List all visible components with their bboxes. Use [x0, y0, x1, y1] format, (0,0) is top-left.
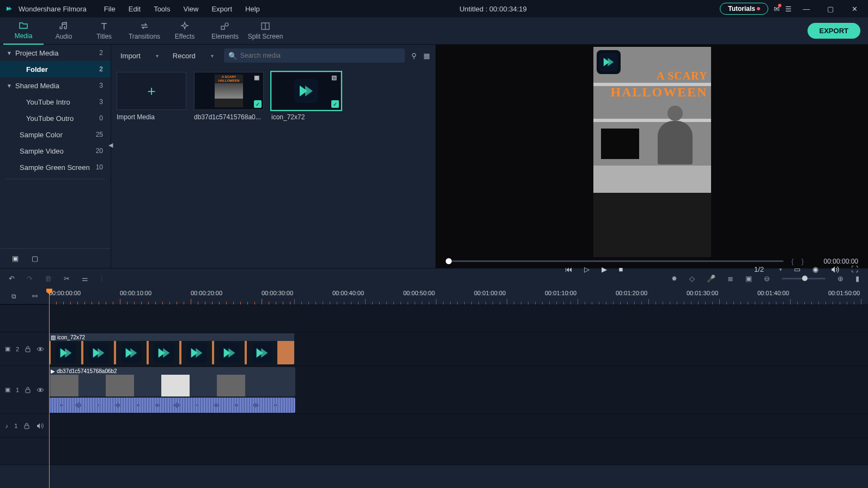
- lock-icon[interactable]: [25, 346, 31, 352]
- lock-icon[interactable]: [23, 423, 30, 429]
- track-pip-2: ▣2 ▧icon_72x72: [0, 332, 868, 366]
- tab-transitions[interactable]: Transitions: [124, 17, 165, 45]
- project-title: Untitled : 00:00:34:19: [266, 5, 720, 13]
- fullscreen-icon[interactable]: ⛶: [851, 265, 858, 273]
- time-ruler[interactable]: 00:00:00:0000:00:10:0000:00:20:0000:00:3…: [49, 289, 868, 304]
- nav-tabs: Media Audio Titles Transitions Effects E…: [0, 17, 868, 45]
- preview-panel: A SCARY HALLOWEEN { } 00:00:00:00 ⏮ ▷ ▶ …: [436, 45, 868, 268]
- undo-icon[interactable]: ↶: [9, 274, 15, 283]
- zoom-in-icon[interactable]: ⊕: [837, 274, 843, 283]
- link-icon[interactable]: ⚯: [32, 292, 38, 300]
- close-button[interactable]: ✕: [845, 0, 864, 17]
- import-dropdown[interactable]: Import▾: [117, 49, 162, 63]
- minimize-button[interactable]: —: [797, 0, 816, 17]
- magnet-icon[interactable]: ⧉: [11, 292, 16, 300]
- snapshot-icon[interactable]: ◉: [812, 265, 818, 273]
- messages-icon[interactable]: ✉: [774, 5, 780, 13]
- sidebar-group-project-media[interactable]: ▼Project Media2: [0, 45, 111, 61]
- zoom-out-icon[interactable]: ⊖: [764, 274, 770, 283]
- ruler-label: 00:01:10:00: [545, 290, 576, 296]
- maximize-button[interactable]: ▢: [821, 0, 840, 17]
- menu-help[interactable]: Help: [239, 2, 266, 16]
- menu-tools[interactable]: Tools: [147, 2, 177, 16]
- task-list-icon[interactable]: ☰: [785, 5, 792, 13]
- sidebar-collapse-icon[interactable]: ◀: [108, 142, 113, 149]
- keyframe-icon[interactable]: ▣: [745, 274, 752, 283]
- sidebar-item-folder[interactable]: Folder2: [0, 61, 111, 77]
- audio-mixer-icon[interactable]: ≣: [727, 274, 733, 283]
- menu-edit[interactable]: Edit: [122, 2, 147, 16]
- menu-file[interactable]: File: [98, 2, 122, 16]
- ruler-label: 00:01:40:00: [757, 290, 789, 296]
- ruler-label: 00:00:00:00: [49, 290, 81, 296]
- new-folder-filled-icon[interactable]: ▣: [12, 254, 19, 263]
- search-field[interactable]: [240, 52, 400, 59]
- ruler-label: 00:00:10:00: [120, 290, 151, 296]
- green-screen-icon[interactable]: ◇: [689, 274, 695, 283]
- preview-stage[interactable]: A SCARY HALLOWEEN: [436, 45, 868, 257]
- track-label: 1: [16, 387, 19, 393]
- sidebar-item-sample-green-screen[interactable]: Sample Green Screen10: [0, 159, 111, 175]
- lock-icon[interactable]: [25, 387, 31, 393]
- search-icon: 🔍: [228, 52, 237, 60]
- eye-icon[interactable]: [37, 346, 44, 352]
- tab-elements[interactable]: Elements: [205, 17, 245, 45]
- overlay-text-2: HALLOWEEN: [606, 85, 708, 100]
- tab-titles[interactable]: Titles: [84, 17, 124, 45]
- record-dropdown[interactable]: Record▾: [169, 49, 217, 63]
- prev-frame-icon[interactable]: ⏮: [565, 265, 572, 273]
- media-item-video[interactable]: A SCARYHALLOWEEN ▦ ✓ db37d1c57415768a0..…: [194, 72, 264, 121]
- tutorials-button[interactable]: Tutorials: [720, 3, 768, 15]
- main-menu: File Edit Tools View Export Help: [98, 2, 266, 16]
- menu-view[interactable]: View: [177, 2, 205, 16]
- search-media-input[interactable]: 🔍: [224, 48, 405, 63]
- voiceover-icon[interactable]: 🎤: [707, 274, 715, 283]
- stop-icon[interactable]: ■: [619, 265, 623, 273]
- media-sidebar: ◀ ▼Project Media2 Folder2 ▼Shared Media3…: [0, 45, 111, 268]
- timeline: ⧉ ⚯ 00:00:00:0000:00:10:0000:00:20:0000:…: [0, 289, 868, 488]
- mark-out-icon[interactable]: }: [802, 257, 804, 265]
- new-folder-icon[interactable]: ▢: [32, 254, 38, 263]
- media-item-icon[interactable]: ▧ ✓ icon_72x72: [271, 72, 341, 121]
- color-match-icon[interactable]: ✸: [671, 274, 677, 283]
- play-icon[interactable]: ▶: [602, 265, 607, 273]
- import-media-tile[interactable]: + Import Media: [117, 72, 186, 121]
- zoom-slider[interactable]: [782, 278, 825, 279]
- timeline-clip-pip[interactable]: ▧icon_72x72: [49, 333, 294, 364]
- mark-in-icon[interactable]: {: [791, 257, 793, 265]
- delete-icon[interactable]: 🗑: [45, 274, 52, 283]
- volume-icon[interactable]: [830, 266, 839, 273]
- eye-icon[interactable]: [37, 387, 44, 393]
- sidebar-group-shared-media[interactable]: ▼Shared Media3: [0, 77, 111, 94]
- export-button[interactable]: EXPORT: [808, 23, 860, 39]
- filter-icon[interactable]: ⚲: [411, 52, 417, 60]
- sidebar-item-sample-video[interactable]: Sample Video20: [0, 143, 111, 159]
- preview-zoom-dropdown[interactable]: 1/2▾: [754, 265, 782, 273]
- tab-split-screen[interactable]: Split Screen: [245, 17, 286, 45]
- preview-quality-icon[interactable]: ▭: [794, 265, 800, 273]
- timeline-clip-audio-attached[interactable]: [49, 398, 295, 413]
- cut-icon[interactable]: ✂: [64, 274, 70, 283]
- used-check-icon: ✓: [254, 100, 262, 108]
- preview-scrubber[interactable]: [446, 260, 784, 262]
- grid-view-icon[interactable]: ▦: [423, 52, 430, 60]
- tab-effects[interactable]: Effects: [165, 17, 205, 45]
- tab-media[interactable]: Media: [3, 17, 44, 45]
- timeline-clip-video[interactable]: ▶db37d1c57415768a06b2: [49, 367, 295, 396]
- audio-sync-icon[interactable]: ⦚: [100, 274, 104, 283]
- playhead[interactable]: [49, 289, 50, 488]
- track-audio-1: ♪1: [0, 414, 868, 438]
- ruler-label: 00:01:00:00: [474, 290, 506, 296]
- adjust-icon[interactable]: ⚌: [82, 274, 88, 283]
- sidebar-item-youtube-intro[interactable]: YouTube Intro3: [0, 94, 111, 110]
- redo-icon[interactable]: ↷: [27, 274, 33, 283]
- sidebar-item-sample-color[interactable]: Sample Color25: [0, 126, 111, 143]
- sidebar-item-youtube-outro[interactable]: YouTube Outro0: [0, 110, 111, 126]
- speaker-icon[interactable]: [36, 423, 44, 429]
- play-loop-icon[interactable]: ▷: [584, 265, 590, 273]
- media-panel: Import▾ Record▾ 🔍 ⚲ ▦ + Import Media A S…: [111, 45, 436, 268]
- tab-audio[interactable]: Audio: [44, 17, 84, 45]
- zoom-fit-icon[interactable]: ▮: [855, 274, 859, 283]
- menu-export[interactable]: Export: [205, 2, 239, 16]
- video-type-icon: ▦: [254, 74, 262, 82]
